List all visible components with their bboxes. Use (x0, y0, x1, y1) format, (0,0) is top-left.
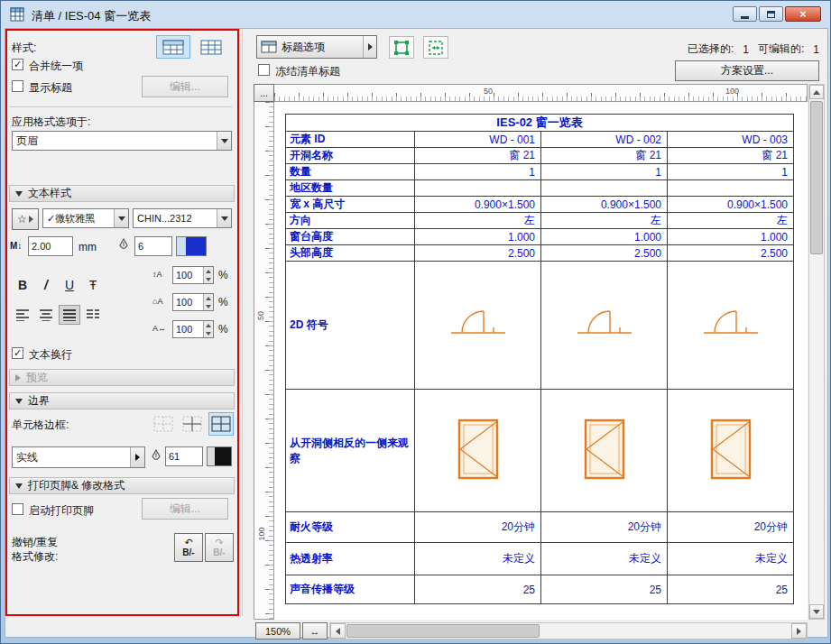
value-cell[interactable]: 窗 21 (668, 148, 794, 164)
value-cell[interactable]: 1.000 (541, 229, 668, 245)
row-label-cell[interactable]: 元素 ID (286, 132, 415, 148)
text-wrap-checkbox[interactable]: ✓ (12, 347, 23, 359)
value-cell[interactable] (541, 180, 668, 197)
value-cell[interactable]: 未定义 (415, 543, 541, 575)
line-type-select[interactable]: 实线 (12, 446, 145, 468)
schedule-canvas[interactable]: IES-02 窗一览表 元素 ID WD - 001 WD - 002 WD -… (274, 102, 808, 620)
selection-area-button[interactable] (389, 36, 414, 59)
apply-format-select[interactable]: 页眉 (12, 131, 232, 151)
row-label-cell[interactable]: 热透射率 (286, 543, 415, 575)
preview-section-header[interactable]: 预览 (9, 369, 235, 386)
fit-width-button[interactable]: ↔ (302, 622, 328, 639)
symbol-cell[interactable] (541, 262, 668, 390)
border-inner-button[interactable] (180, 412, 205, 436)
text-pen-color-swatch[interactable] (176, 236, 207, 256)
value-cell[interactable]: 1 (668, 164, 794, 180)
scrollbar-thumb[interactable] (810, 101, 823, 254)
value-cell[interactable]: 20分钟 (668, 512, 794, 543)
value-cell[interactable]: 2.500 (415, 245, 541, 262)
row-label-cell[interactable]: 声音传播等级 (286, 575, 415, 604)
value-cell[interactable]: 0.900×1.500 (541, 197, 668, 213)
row-label-cell[interactable]: 数量 (286, 164, 415, 180)
symbol-cell[interactable] (668, 262, 794, 390)
print-footer-checkbox[interactable] (12, 503, 23, 515)
row-label-cell[interactable]: 窗台高度 (286, 229, 415, 245)
style-uniform-grid-button[interactable] (194, 35, 228, 59)
undo-format-button[interactable]: ↶ B/- (174, 533, 203, 562)
value-cell[interactable]: 窗 21 (415, 148, 541, 164)
value-cell[interactable]: 0.900×1.500 (415, 197, 541, 213)
font-size-input[interactable]: 2.00 (28, 236, 73, 256)
border-none-button[interactable] (151, 412, 176, 436)
tracking-input[interactable]: 100 (172, 320, 214, 338)
border-all-button[interactable] (208, 412, 234, 436)
scrollbar-thumb[interactable] (346, 624, 540, 638)
border-pen-input[interactable]: 61 (165, 446, 203, 466)
font-encoding-select[interactable]: CHIN...2312 (133, 208, 232, 228)
value-cell[interactable]: 未定义 (668, 543, 794, 575)
spinner[interactable] (203, 267, 213, 283)
show-title-checkbox[interactable] (12, 80, 23, 92)
value-cell[interactable]: 1.000 (668, 229, 794, 245)
align-left-button[interactable] (12, 305, 33, 325)
row-label-cell[interactable]: 开洞名称 (286, 148, 415, 164)
value-cell[interactable]: 2.500 (541, 245, 668, 262)
value-cell[interactable]: 左 (541, 213, 668, 229)
value-cell[interactable]: 20分钟 (541, 512, 668, 543)
scroll-down-button[interactable] (809, 604, 824, 619)
value-cell[interactable]: 未定义 (541, 543, 668, 575)
row-label-cell[interactable]: 方向 (286, 213, 415, 229)
value-cell[interactable]: 25 (541, 575, 668, 604)
value-cell[interactable]: WD - 003 (668, 132, 794, 148)
value-cell[interactable]: WD - 001 (415, 132, 541, 148)
row-label-cell[interactable]: 头部高度 (286, 245, 415, 262)
border-pen-color-swatch[interactable] (207, 446, 232, 466)
bold-button[interactable]: B (12, 274, 33, 296)
row-label-cell[interactable]: 耐火等级 (286, 512, 415, 543)
value-cell[interactable]: 20分钟 (415, 512, 541, 543)
scheme-settings-button[interactable]: 方案设置... (675, 60, 819, 81)
spinner[interactable] (203, 321, 213, 337)
maximize-button[interactable] (759, 6, 783, 22)
minimize-button[interactable] (733, 6, 757, 22)
value-cell[interactable]: 1 (541, 164, 668, 180)
freeze-header-checkbox[interactable] (258, 64, 270, 76)
text-style-section-header[interactable]: 文本样式 (9, 185, 235, 202)
strikethrough-button[interactable]: Ŧ (82, 274, 104, 296)
vertical-scrollbar[interactable] (808, 84, 825, 620)
stretch-area-button[interactable] (423, 36, 448, 59)
symbol-cell[interactable] (415, 262, 541, 390)
style-merged-header-button[interactable] (156, 35, 190, 59)
row-label-cell[interactable]: 从开洞侧相反的一侧来观察 (286, 390, 415, 512)
row-label-cell[interactable]: 2D 符号 (286, 262, 415, 390)
value-cell[interactable]: 左 (668, 213, 794, 229)
scroll-left-button[interactable] (330, 623, 346, 639)
paragraph-spacing-input[interactable]: 100 (172, 293, 214, 311)
table-title-cell[interactable]: IES-02 窗一览表 (286, 115, 794, 132)
scroll-right-button[interactable] (791, 623, 807, 639)
text-pen-input[interactable]: 6 (134, 236, 172, 256)
footer-section-header[interactable]: 打印页脚& 修改格式 (9, 477, 235, 494)
align-justify-button[interactable] (82, 305, 104, 325)
value-cell[interactable]: 2.500 (668, 245, 794, 262)
value-cell[interactable]: WD - 002 (541, 132, 668, 148)
symbol-cell[interactable] (668, 390, 794, 512)
favorites-button[interactable]: ☆ (12, 208, 39, 230)
value-cell[interactable] (415, 180, 541, 197)
symbol-cell[interactable] (415, 390, 541, 512)
value-cell[interactable]: 0.900×1.500 (668, 197, 794, 213)
align-right-button[interactable] (59, 305, 80, 325)
zoom-control[interactable]: 150% (255, 622, 300, 639)
align-center-button[interactable] (35, 305, 57, 325)
italic-button[interactable]: / (35, 274, 57, 296)
value-cell[interactable]: 25 (415, 575, 541, 604)
redo-format-button[interactable]: ↷ B/- (205, 533, 234, 562)
ruler-corner-button[interactable]: ... (254, 84, 274, 102)
horizontal-scrollbar[interactable] (329, 622, 808, 639)
title-options-button[interactable]: 标题选项 (256, 35, 377, 59)
title-bar[interactable]: 清单 / IES-04 窗一览表 × (1, 1, 830, 28)
value-cell[interactable]: 左 (415, 213, 541, 229)
merge-uniform-checkbox[interactable]: ✓ (12, 59, 23, 70)
underline-button[interactable]: U (59, 274, 80, 296)
value-cell[interactable] (668, 180, 794, 197)
